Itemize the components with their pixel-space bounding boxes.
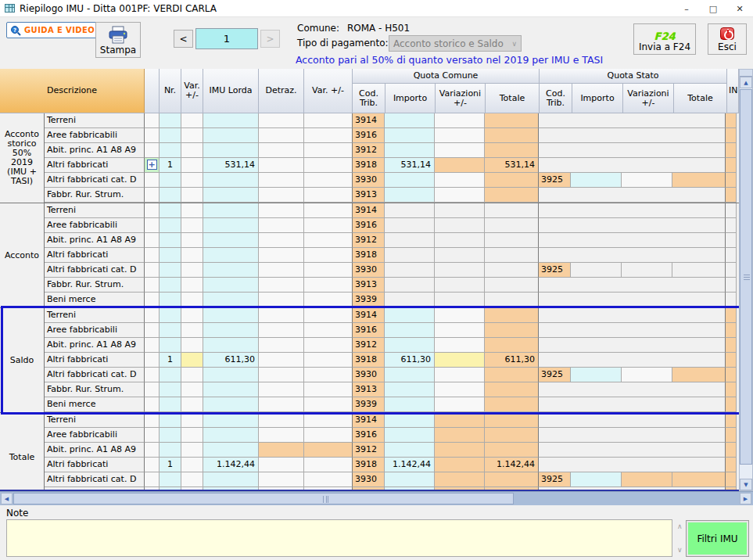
note-scroll-up-icon[interactable]: ∧ bbox=[677, 522, 683, 530]
cell-nr[interactable] bbox=[160, 113, 181, 128]
cell-lorda[interactable] bbox=[203, 323, 259, 338]
cell-imp_c[interactable]: 611,30 bbox=[385, 353, 435, 368]
cell-nr[interactable] bbox=[160, 323, 181, 338]
cell-nr[interactable] bbox=[160, 278, 181, 293]
tipo-pagamento-select[interactable]: Acconto storico e Saldo ∨ bbox=[389, 35, 522, 52]
cell-imp_c[interactable] bbox=[385, 472, 435, 487]
cell-lorda[interactable] bbox=[203, 443, 259, 458]
expand-cell[interactable]: + bbox=[145, 158, 160, 173]
cell-imp_c[interactable] bbox=[385, 128, 435, 143]
cell-lorda[interactable] bbox=[203, 203, 259, 218]
cell-imp_s[interactable] bbox=[571, 368, 622, 382]
splitter-grip[interactable] bbox=[740, 70, 752, 77]
cell-lorda[interactable] bbox=[203, 413, 259, 428]
cell-imp_c[interactable] bbox=[385, 188, 435, 203]
cell-nr[interactable]: 1 bbox=[160, 353, 181, 368]
cell-lorda[interactable] bbox=[203, 278, 259, 293]
cell-lorda[interactable] bbox=[203, 308, 259, 323]
cell-lorda[interactable] bbox=[203, 428, 259, 443]
cell-lorda[interactable] bbox=[203, 248, 259, 263]
cell-lorda[interactable] bbox=[203, 382, 259, 397]
cell-nr[interactable] bbox=[160, 263, 181, 278]
cell-lorda[interactable]: 531,14 bbox=[203, 158, 259, 173]
note-input[interactable] bbox=[6, 519, 672, 557]
cell-lorda[interactable] bbox=[203, 143, 259, 158]
cell-imp_c[interactable]: 1.142,44 bbox=[385, 458, 435, 472]
expand-cell bbox=[145, 263, 160, 278]
cell-lorda[interactable] bbox=[203, 188, 259, 203]
cell-imp_c[interactable] bbox=[385, 308, 435, 323]
maximize-icon[interactable]: □ bbox=[700, 0, 726, 17]
cell-imp_c[interactable] bbox=[385, 173, 435, 188]
cell-nr[interactable] bbox=[160, 143, 181, 158]
cell-imp_s[interactable] bbox=[571, 173, 622, 188]
horizontal-scrollbar[interactable]: ◀ ▶ bbox=[0, 491, 753, 505]
cell-nr[interactable] bbox=[160, 338, 181, 353]
cell-lorda[interactable] bbox=[203, 218, 259, 233]
scroll-up-icon[interactable]: ▲ bbox=[740, 77, 752, 88]
cell-lorda[interactable]: 611,30 bbox=[203, 353, 259, 368]
cell-lorda[interactable] bbox=[203, 173, 259, 188]
scroll-left-icon[interactable]: ◀ bbox=[1, 493, 13, 504]
cell-var_c[interactable] bbox=[435, 353, 485, 368]
cell-lorda[interactable] bbox=[203, 472, 259, 487]
close-icon[interactable]: ✕ bbox=[726, 0, 753, 17]
horizontal-scroll-thumb[interactable] bbox=[13, 493, 514, 504]
expand-plus-icon[interactable]: + bbox=[147, 160, 157, 170]
cell-nr[interactable]: 1 bbox=[160, 458, 181, 472]
cell-nr[interactable] bbox=[160, 173, 181, 188]
cell-lorda[interactable] bbox=[203, 233, 259, 248]
cell-imp_c[interactable] bbox=[385, 443, 435, 458]
guida-e-video-button[interactable]: ? GUIDA E VIDEO bbox=[6, 22, 102, 38]
cell-imp_c[interactable] bbox=[385, 323, 435, 338]
cell-nr[interactable] bbox=[160, 128, 181, 143]
cell-lorda[interactable] bbox=[203, 113, 259, 128]
cell-nr[interactable] bbox=[160, 472, 181, 487]
vertical-scroll-thumb[interactable] bbox=[740, 89, 752, 465]
cell-imp_c[interactable] bbox=[385, 428, 435, 443]
cell-lorda[interactable]: 1.142,44 bbox=[203, 458, 259, 472]
scroll-right-icon[interactable]: ▶ bbox=[740, 493, 751, 504]
cell-imp_c[interactable]: 531,14 bbox=[385, 158, 435, 173]
cell-imp_c[interactable] bbox=[385, 413, 435, 428]
cell-nr[interactable] bbox=[160, 203, 181, 218]
invia-f24-button[interactable]: F24 Invia a F24 bbox=[633, 23, 696, 55]
cell-nr[interactable] bbox=[160, 413, 181, 428]
cell-nr[interactable] bbox=[160, 368, 181, 382]
cell-nr[interactable] bbox=[160, 308, 181, 323]
esci-button[interactable]: Esci bbox=[708, 23, 747, 55]
cell-lorda[interactable] bbox=[203, 263, 259, 278]
cell-var[interactable] bbox=[181, 353, 203, 368]
cell-imp_c[interactable] bbox=[385, 382, 435, 397]
cell-lorda[interactable] bbox=[203, 128, 259, 143]
cell-imp_c[interactable] bbox=[385, 113, 435, 128]
cell-imp_c[interactable] bbox=[385, 338, 435, 353]
cell-imp_c[interactable] bbox=[385, 397, 435, 412]
scroll-down-icon[interactable]: ▼ bbox=[740, 479, 752, 490]
cell-nr[interactable] bbox=[160, 233, 181, 248]
cell-imp_c[interactable] bbox=[385, 143, 435, 158]
stampa-button[interactable]: Stampa bbox=[95, 22, 141, 58]
cell-nr[interactable] bbox=[160, 293, 181, 307]
cell-lorda[interactable] bbox=[203, 338, 259, 353]
cell-imp_s[interactable] bbox=[571, 472, 622, 487]
note-scroll-down-icon[interactable]: ∨ bbox=[677, 546, 683, 554]
cell-lorda[interactable] bbox=[203, 368, 259, 382]
cell-imp_c[interactable] bbox=[385, 368, 435, 382]
page-prev-button[interactable]: < bbox=[174, 30, 193, 48]
vertical-scrollbar[interactable]: ▲ ▼ bbox=[739, 69, 753, 491]
minimize-icon[interactable]: – bbox=[673, 0, 700, 17]
filtri-imu-button[interactable]: Filtri IMU bbox=[686, 520, 749, 557]
cell-nr[interactable] bbox=[160, 428, 181, 443]
cell-nr[interactable] bbox=[160, 218, 181, 233]
cell-nr[interactable] bbox=[160, 443, 181, 458]
cell-lorda[interactable] bbox=[203, 397, 259, 412]
cell-nr[interactable] bbox=[160, 188, 181, 203]
cell-lorda[interactable] bbox=[203, 293, 259, 307]
cell-nr[interactable]: 1 bbox=[160, 158, 181, 173]
cell-nr[interactable] bbox=[160, 397, 181, 412]
page-next-button[interactable]: > bbox=[260, 30, 280, 48]
cell-nr[interactable] bbox=[160, 248, 181, 263]
page-number-field[interactable]: 1 bbox=[195, 28, 258, 49]
cell-nr[interactable] bbox=[160, 382, 181, 397]
